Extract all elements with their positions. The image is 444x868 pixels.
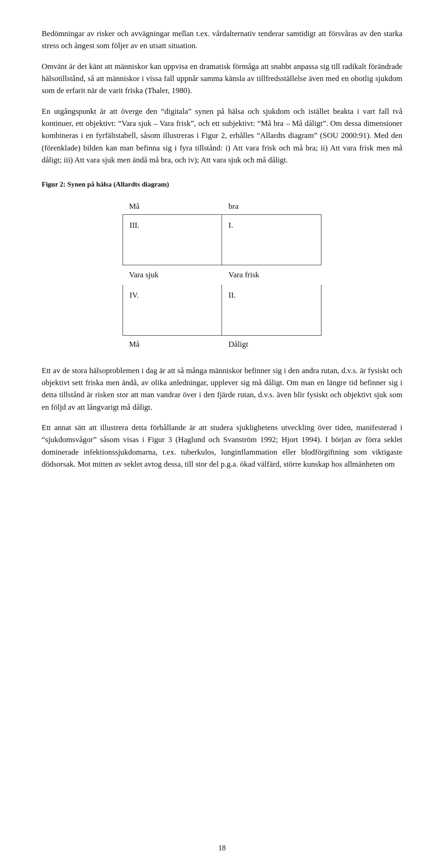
roman-iv: IV.	[130, 289, 215, 301]
side-label-vara-frisk: Vara frisk	[222, 265, 321, 285]
paragraph-2: Omvänt är det känt att människor kan upp…	[42, 61, 402, 97]
cell-bottom-right: II.	[222, 285, 321, 336]
paragraph-3: En utgångspunkt är att överge den “digit…	[42, 106, 402, 167]
roman-ii: II.	[228, 289, 314, 301]
cell-bottom-left: IV.	[123, 285, 222, 336]
cell-top-left: III.	[123, 214, 222, 265]
figure-caption: Figur 2: Synen på hälsa (Allardts diagra…	[42, 179, 402, 190]
header-cell-bra: bra	[222, 199, 321, 214]
allards-diagram-container: Må bra III. I. Vara sjuk Vara frisk	[42, 199, 402, 354]
footer-cell-maa: Må	[123, 336, 222, 353]
table-row-top: III. I.	[123, 214, 321, 265]
paragraph-1: Bedömningar av risker och avvägningar me…	[42, 28, 402, 52]
paragraph-5: Ett annat sätt att illustrera detta förh…	[42, 422, 402, 470]
roman-i: I.	[228, 219, 314, 231]
page: Bedömningar av risker och avvägningar me…	[0, 0, 444, 868]
footer-cell-daligt: Dåligt	[222, 336, 321, 353]
side-label-row: Vara sjuk Vara frisk	[123, 265, 321, 285]
table-footer-row: Må Dåligt	[123, 336, 321, 353]
header-cell-maa: Må	[123, 199, 222, 214]
table-header-row: Må bra	[123, 199, 321, 214]
cell-top-right: I.	[222, 214, 321, 265]
allards-diagram-table: Må bra III. I. Vara sjuk Vara frisk	[123, 199, 321, 354]
page-number: 18	[0, 843, 444, 854]
side-label-vara-sjuk: Vara sjuk	[123, 265, 222, 285]
roman-iii: III.	[130, 219, 215, 231]
table-row-bottom: IV. II.	[123, 285, 321, 336]
paragraph-4: Ett av de stora hälsoproblemen i dag är …	[42, 365, 402, 413]
